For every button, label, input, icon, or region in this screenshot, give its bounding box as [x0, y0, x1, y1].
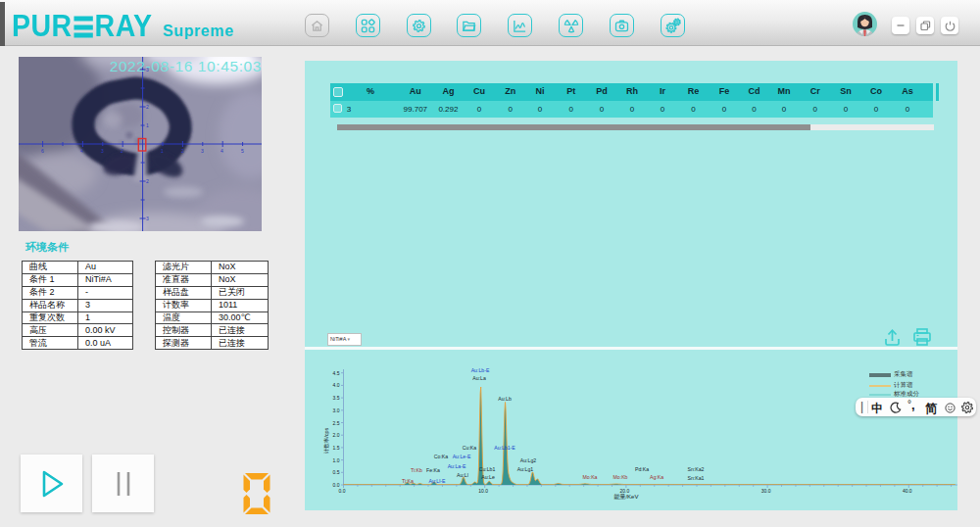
svg-text:2: 2: [121, 148, 123, 154]
svg-text:40.0: 40.0: [903, 488, 912, 494]
svg-text:3.0: 3.0: [333, 407, 340, 413]
svg-text:0.5: 0.5: [333, 469, 340, 475]
svg-text:4: 4: [220, 148, 223, 154]
svg-text:3: 3: [101, 148, 104, 154]
svg-text:4: 4: [80, 148, 83, 154]
svg-text:3.5: 3.5: [333, 395, 340, 401]
svg-text:30.0: 30.0: [761, 488, 771, 494]
svg-text:计数率/cps: 计数率/cps: [323, 427, 329, 454]
svg-text:1: 1: [161, 148, 164, 154]
svg-text:3: 3: [201, 148, 204, 154]
svg-text:5: 5: [241, 148, 244, 154]
svg-text:4.5: 4.5: [333, 370, 340, 376]
svg-text:2: 2: [146, 178, 149, 184]
svg-text:10.0: 10.0: [478, 488, 488, 494]
svg-text:6: 6: [41, 148, 44, 154]
svg-text:2022-08-16 10:45:03: 2022-08-16 10:45:03: [110, 58, 262, 74]
svg-text:2: 2: [181, 148, 184, 154]
svg-text:2: 2: [146, 104, 149, 110]
svg-text:2.0: 2.0: [333, 432, 340, 438]
svg-text:1.0: 1.0: [333, 457, 340, 463]
svg-text:1.5: 1.5: [333, 445, 340, 451]
svg-text:2.5: 2.5: [333, 420, 340, 426]
svg-text:0.0: 0.0: [339, 488, 346, 494]
svg-text:4.0: 4.0: [333, 382, 340, 388]
svg-text:能量/KeV: 能量/KeV: [613, 494, 638, 501]
svg-text:3: 3: [146, 216, 149, 221]
svg-text:1: 1: [146, 122, 149, 128]
